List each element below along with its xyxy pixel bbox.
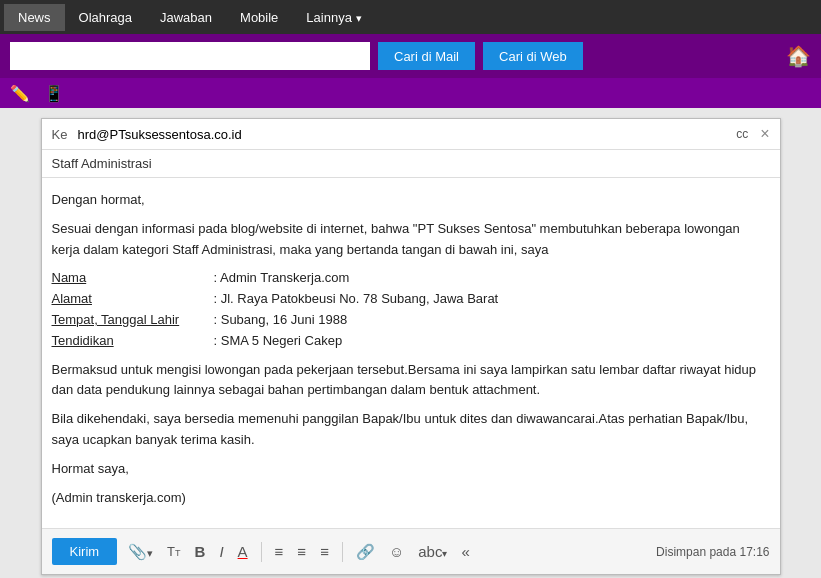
mobile-icon[interactable]: 📱 <box>44 84 64 103</box>
info-key-alamat: Alamat <box>52 289 212 310</box>
info-colon-alamat: : Jl. Raya Patokbeusi No. 78 Subang, Jaw… <box>214 289 499 310</box>
info-key-ttl: Tempat, Tanggal Lahir <box>52 310 212 331</box>
bullets-icon[interactable]: ≡ <box>272 541 287 562</box>
search-mail-button[interactable]: Cari di Mail <box>378 42 475 70</box>
nav-item-mobile[interactable]: Mobile <box>226 4 292 31</box>
attach-icon[interactable]: 📎▾ <box>125 541 156 563</box>
font-size-icon[interactable]: Tt <box>164 542 183 561</box>
chevron-down-icon <box>356 10 362 25</box>
nav-item-olahraga[interactable]: Olahraga <box>65 4 146 31</box>
greeting: Dengan hormat, <box>52 190 770 211</box>
info-colon-pendidikan: : SMA 5 Negeri Cakep <box>214 331 343 352</box>
close-icon[interactable]: × <box>760 125 769 143</box>
email-body: Dengan hormat, Sesuai dengan informasi p… <box>42 178 780 528</box>
search-bar: Cari di Mail Cari di Web 🏠 <box>0 34 821 78</box>
info-colon-ttl: : Subang, 16 Juni 1988 <box>214 310 348 331</box>
top-nav: News Olahraga Jawaban Mobile Lainnya <box>0 0 821 34</box>
bold-icon[interactable]: B <box>192 541 209 562</box>
secondary-toolbar: ✏️ 📱 <box>0 78 821 108</box>
home-icon[interactable]: 🏠 <box>786 44 811 68</box>
compose-area: Ke hrd@PTsuksessentosa.co.id cc × Staff … <box>0 108 821 578</box>
to-address[interactable]: hrd@PTsuksessentosa.co.id <box>78 127 731 142</box>
separator1 <box>261 542 262 562</box>
to-row: Ke hrd@PTsuksessentosa.co.id cc × <box>42 119 780 150</box>
info-row-ttl: Tempat, Tanggal Lahir : Subang, 16 Juni … <box>52 310 770 331</box>
send-button[interactable]: Kirim <box>52 538 118 565</box>
search-web-button[interactable]: Cari di Web <box>483 42 583 70</box>
link-icon[interactable]: 🔗 <box>353 541 378 563</box>
nav-item-news[interactable]: News <box>4 4 65 31</box>
info-key-pendidikan: Tendidikan <box>52 331 212 352</box>
info-row-pendidikan: Tendidikan : SMA 5 Negeri Cakep <box>52 331 770 352</box>
body-para1: Bermaksud untuk mengisi lowongan pada pe… <box>52 360 770 402</box>
indent-icon[interactable]: ≡ <box>317 541 332 562</box>
font-color-icon[interactable]: A <box>235 541 251 562</box>
info-table: Nama : Admin Transkerja.com Alamat : Jl.… <box>52 268 770 351</box>
info-key-nama: Nama <box>52 268 212 289</box>
nav-item-jawaban[interactable]: Jawaban <box>146 4 226 31</box>
info-row-alamat: Alamat : Jl. Raya Patokbeusi No. 78 Suba… <box>52 289 770 310</box>
info-colon-nama: : Admin Transkerja.com <box>214 268 350 289</box>
emoji-icon[interactable]: ☺ <box>386 541 407 562</box>
to-label: Ke <box>52 127 72 142</box>
italic-icon[interactable]: I <box>216 541 226 562</box>
saved-status: Disimpan pada 17:16 <box>656 545 769 559</box>
nav-item-lainnya[interactable]: Lainnya <box>292 4 376 31</box>
cc-label[interactable]: cc <box>736 127 748 141</box>
signature: (Admin transkerja.com) <box>52 488 770 509</box>
closing: Hormat saya, <box>52 459 770 480</box>
intro-text: Sesuai dengan informasi pada blog/websit… <box>52 219 770 261</box>
subject-row[interactable]: Staff Administrasi <box>42 150 780 178</box>
compose-toolbar: Kirim 📎▾ Tt B I A ≡ ≡ ≡ 🔗 ☺ abc▾ « Disim… <box>42 528 780 574</box>
body-para2: Bila dikehendaki, saya bersedia memenuhi… <box>52 409 770 451</box>
compose-icon[interactable]: ✏️ <box>10 84 30 103</box>
spellcheck-icon[interactable]: abc▾ <box>415 541 450 562</box>
outdent-icon[interactable]: ≡ <box>294 541 309 562</box>
more-icon[interactable]: « <box>458 541 472 562</box>
separator2 <box>342 542 343 562</box>
email-compose-box: Ke hrd@PTsuksessentosa.co.id cc × Staff … <box>41 118 781 575</box>
info-row-nama: Nama : Admin Transkerja.com <box>52 268 770 289</box>
search-input[interactable] <box>10 42 370 70</box>
